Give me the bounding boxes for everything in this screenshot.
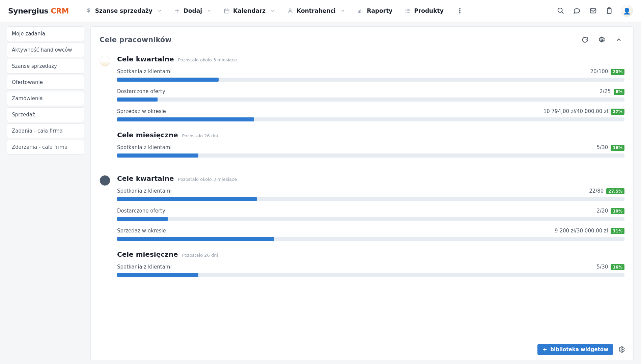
person-icon — [287, 8, 293, 14]
main-panel: Cele pracowników Cele kwartalne Pozostał… — [90, 26, 634, 360]
metric-name: Sprzedaż w okresie — [117, 228, 166, 234]
employee-block: Cele kwartalne Pozostało około 3 miesiąc… — [100, 55, 624, 164]
progress-fill — [117, 153, 198, 158]
nav-add[interactable]: Dodaj — [169, 5, 216, 17]
metric-value: 5/30 — [597, 144, 608, 150]
brand-text-b: CRM — [51, 7, 68, 15]
widget-library-label: biblioteka widgetów — [550, 346, 608, 353]
user-avatar[interactable]: 👤 — [621, 5, 633, 17]
dollar-icon — [86, 8, 92, 14]
svg-point-9 — [601, 39, 603, 41]
gear-icon — [598, 36, 606, 44]
progress-fill — [117, 217, 168, 221]
grid-icon — [405, 8, 411, 14]
metric-badge: 10% — [611, 208, 624, 214]
nav-reports-label: Raporty — [367, 7, 392, 14]
svg-point-1 — [289, 9, 291, 11]
plus-icon — [174, 8, 180, 14]
chat-icon — [573, 7, 581, 15]
sidebar-item[interactable]: Ofertowanie — [7, 75, 84, 90]
progress-fill — [117, 78, 219, 82]
metric-value: 10 794,00 zł/40 000,00 zł — [544, 108, 608, 114]
bars-icon — [357, 8, 363, 14]
metric-badge: 16% — [611, 264, 624, 270]
goal-remaining: Pozostało około 3 miesiące — [178, 57, 237, 62]
chevron-down-icon — [340, 8, 345, 13]
chat-button[interactable] — [570, 4, 584, 18]
progress-bar — [117, 237, 624, 241]
goal-header: Cele miesięczne Pozostało 26 dni — [117, 250, 624, 258]
goal-metric: Spotkania z klientami5/3016% — [117, 144, 624, 158]
progress-bar — [117, 273, 624, 277]
metric-name: Spotkania z klientami — [117, 264, 172, 270]
goal-metric: Spotkania z klientami22/8027.5% — [117, 188, 624, 201]
mail-button[interactable] — [586, 4, 600, 18]
svg-rect-0 — [224, 9, 229, 13]
goal-metric: Spotkania z klientami20/10020% — [117, 68, 624, 82]
more-menu[interactable] — [453, 4, 467, 18]
sidebar-item[interactable]: Aktywność handlowców — [7, 43, 84, 57]
chevron-down-icon — [270, 8, 275, 13]
svg-point-4 — [459, 12, 460, 13]
panel-header: Cele pracowników — [100, 34, 624, 46]
calendar-icon — [224, 8, 230, 14]
sidebar-item[interactable]: Sprzedaż — [7, 107, 84, 122]
metric-value: 20/100 — [590, 68, 608, 75]
progress-bar — [117, 97, 624, 102]
sidebar-item[interactable]: Zdarzenia - cała frima — [7, 140, 84, 155]
refresh-button[interactable] — [579, 34, 591, 46]
metric-name: Sprzedaż w okresie — [117, 108, 166, 114]
goal-metric: Dostarczone oferty2/2010% — [117, 208, 624, 221]
nav-sales-label: Szanse sprzedaży — [95, 7, 152, 14]
nav-sales[interactable]: Szanse sprzedaży — [81, 5, 167, 17]
clipboard-button[interactable] — [603, 4, 616, 18]
search-icon — [557, 7, 564, 15]
chevron-down-icon — [207, 8, 212, 13]
goal-header: Cele miesięczne Pozostało 26 dni — [117, 131, 624, 139]
metric-value: 22/80 — [589, 188, 604, 194]
sidebar-item[interactable]: Moje zadania — [7, 26, 84, 41]
nav-contractors[interactable]: Kontrahenci — [282, 5, 350, 17]
chevron-down-icon — [157, 8, 162, 13]
progress-fill — [117, 273, 198, 277]
employee-avatar — [100, 56, 110, 66]
widget-library-button[interactable]: biblioteka widgetów — [537, 344, 613, 355]
progress-fill — [117, 97, 158, 102]
goal-remaining: Pozostało około 3 miesiące — [178, 177, 237, 182]
collapse-button[interactable] — [613, 34, 624, 46]
search-button[interactable] — [554, 4, 567, 18]
sidebar: Moje zadania Aktywność handlowców Szanse… — [7, 26, 84, 360]
top-nav: Synergius CRM Szanse sprzedaży Dodaj Kal… — [0, 0, 641, 22]
clipboard-icon — [606, 7, 613, 15]
metric-value: 5/30 — [597, 264, 608, 270]
progress-bar — [117, 78, 624, 82]
progress-fill — [117, 197, 257, 201]
goal-metric: Sprzedaż w okresie10 794,00 zł/40 000,00… — [117, 108, 624, 121]
goal-header: Cele kwartalne Pozostało około 3 miesiąc… — [117, 55, 624, 63]
sidebar-item[interactable]: Zamówienia — [7, 91, 84, 106]
progress-fill — [117, 117, 254, 121]
metric-badge: 20% — [611, 69, 624, 75]
sidebar-item[interactable]: Szanse sprzedaży — [7, 59, 84, 74]
employee-block: Cele kwartalne Pozostało około 3 miesiąc… — [100, 174, 624, 284]
settings-button[interactable] — [596, 34, 608, 46]
progress-bar — [117, 117, 624, 121]
goal-title: Cele miesięczne — [117, 131, 178, 139]
metric-value: 2/20 — [597, 208, 608, 214]
nav-calendar[interactable]: Kalendarz — [219, 5, 280, 17]
nav-products[interactable]: Produkty — [400, 5, 448, 17]
chevron-up-icon — [615, 36, 622, 43]
goal-remaining: Pozostało 26 dni — [182, 253, 218, 258]
svg-point-5 — [558, 8, 562, 12]
dashboard-settings-button[interactable] — [616, 344, 627, 355]
metric-name: Dostarczone oferty — [117, 208, 165, 214]
plus-icon — [542, 347, 548, 352]
sidebar-item[interactable]: Zadania - cała firma — [7, 123, 84, 138]
nav-contractors-label: Kontrahenci — [297, 7, 336, 14]
nav-reports[interactable]: Raporty — [353, 5, 397, 17]
goal-title: Cele miesięczne — [117, 250, 178, 258]
svg-point-3 — [459, 10, 460, 11]
brand-logo: Synergius CRM — [8, 7, 69, 15]
metric-name: Spotkania z klientami — [117, 188, 172, 194]
metric-badge: 31% — [611, 228, 624, 234]
